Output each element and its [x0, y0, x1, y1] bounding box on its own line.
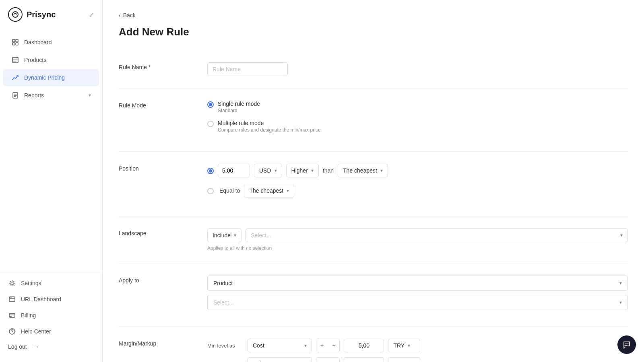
- min-level-plus-button[interactable]: +: [316, 339, 328, 352]
- min-level-select-dropdown[interactable]: Cost ▾: [248, 339, 312, 352]
- radio-multiple-text: Multiple rule mode Compare rules and des…: [218, 120, 320, 133]
- position-label: Position: [119, 164, 199, 204]
- back-chevron-icon: ‹: [119, 12, 121, 19]
- sidebar-item-billing-label: Billing: [21, 312, 36, 319]
- pricing-icon: [11, 74, 19, 82]
- position-row-2: Equal to The cheapest ▾: [207, 184, 628, 197]
- landscape-search-dropdown[interactable]: Select... ▾: [246, 228, 628, 242]
- sidebar-item-help-center-label: Help Center: [21, 328, 51, 335]
- sidebar-item-billing[interactable]: Billing: [0, 307, 102, 323]
- svg-rect-4: [16, 43, 18, 45]
- margin-markup-section: Margin/Markup Min level as Cost ▾ + − TR…: [119, 327, 628, 362]
- min-level-select-value: Cost: [253, 342, 264, 349]
- apply-to-content: Product ▾ Select... ▾: [207, 276, 628, 314]
- position-comparison-dropdown[interactable]: Higher ▾: [286, 164, 319, 177]
- max-level-plus-button[interactable]: +: [316, 358, 328, 362]
- position-equal-label: Equal to: [219, 187, 240, 194]
- sidebar-item-reports-label: Reports: [24, 92, 44, 99]
- landscape-row: Include ▾ Select... ▾: [207, 228, 628, 242]
- chat-widget-button[interactable]: [617, 335, 636, 354]
- position-number-input[interactable]: [218, 164, 250, 177]
- position-radio-2[interactable]: [207, 188, 214, 194]
- back-link[interactable]: ‹ Back: [119, 12, 628, 19]
- rule-name-section: Rule Name *: [119, 50, 628, 88]
- position-than-text: than: [323, 167, 334, 174]
- apply-to-label: Apply to: [119, 276, 199, 314]
- min-level-value-input[interactable]: [344, 339, 384, 352]
- position-currency-chevron-icon: ▾: [275, 168, 277, 173]
- sidebar-item-help-center[interactable]: Help Center: [0, 323, 102, 339]
- rule-mode-content: Single rule mode Standard Multiple rule …: [207, 101, 628, 139]
- reports-icon: [11, 91, 19, 99]
- radio-single-rule-mode[interactable]: Single rule mode Standard: [207, 101, 628, 113]
- svg-rect-12: [10, 316, 12, 317]
- svg-point-7: [11, 282, 13, 284]
- max-level-value-input[interactable]: [344, 357, 384, 362]
- svg-rect-8: [9, 297, 15, 302]
- sidebar-bottom: Settings URL Dashboard Bill: [0, 271, 102, 362]
- min-level-minus-button[interactable]: −: [328, 339, 339, 352]
- max-level-minus-button[interactable]: −: [328, 358, 339, 362]
- apply-to-select-chevron-icon: ▾: [619, 300, 622, 305]
- rule-name-input[interactable]: [207, 62, 288, 76]
- landscape-label: Landscape: [119, 228, 199, 251]
- svg-rect-2: [16, 39, 18, 42]
- margin-markup-label: Margin/Markup: [119, 339, 199, 362]
- landscape-include-dropdown[interactable]: Include ▾: [207, 228, 242, 242]
- position-row-1: USD ▾ Higher ▾ than The cheapest ▾: [207, 164, 628, 177]
- sidebar-item-settings[interactable]: Settings: [0, 275, 102, 291]
- landscape-include-chevron-icon: ▾: [234, 232, 236, 238]
- svg-point-10: [11, 297, 12, 298]
- radio-single-sublabel: Standard: [218, 108, 260, 113]
- dashboard-icon: [11, 38, 19, 46]
- sidebar-item-settings-label: Settings: [21, 280, 41, 286]
- sidebar-item-products-label: Products: [24, 57, 46, 63]
- radio-single-label: Single rule mode: [218, 101, 260, 107]
- rule-mode-section: Rule Mode Single rule mode Standard Mult…: [119, 88, 628, 152]
- landscape-include-value: Include: [213, 232, 231, 239]
- svg-rect-11: [9, 313, 15, 317]
- position-equal-target-dropdown[interactable]: The cheapest ▾: [244, 184, 294, 197]
- radio-single-indicator: [207, 101, 214, 108]
- back-label: Back: [123, 12, 136, 19]
- min-level-currency-dropdown[interactable]: TRY ▾: [388, 339, 420, 352]
- sidebar-item-dashboard[interactable]: Dashboard: [3, 34, 99, 51]
- logout-label: Log out: [8, 343, 27, 350]
- margin-markup-content: Min level as Cost ▾ + − TRY ▾ Max lev: [207, 339, 628, 362]
- position-radio-1[interactable]: [207, 168, 214, 174]
- min-level-chevron-icon: ▾: [304, 343, 307, 348]
- radio-multiple-rule-mode[interactable]: Multiple rule mode Compare rules and des…: [207, 120, 628, 133]
- landscape-content: Include ▾ Select... ▾ Applies to all wit…: [207, 228, 628, 251]
- reports-expand-arrow: ▾: [89, 93, 91, 98]
- sidebar-item-url-dashboard[interactable]: URL Dashboard: [0, 291, 102, 307]
- radio-multiple-label: Multiple rule mode: [218, 120, 320, 126]
- logout-icon: →: [33, 343, 39, 350]
- sidebar-item-reports[interactable]: Reports ▾: [3, 87, 99, 104]
- position-comparison-chevron-icon: ▾: [311, 168, 314, 173]
- landscape-search-placeholder: Select...: [251, 232, 271, 239]
- apply-to-select-dropdown[interactable]: Select... ▾: [207, 295, 628, 310]
- min-level-operator-group: + −: [316, 339, 340, 352]
- position-section: Position USD ▾ Higher ▾ than The cheapes…: [119, 152, 628, 216]
- position-target-dropdown[interactable]: The cheapest ▾: [338, 164, 388, 177]
- min-level-currency-value: TRY: [393, 342, 405, 349]
- page-title: Add New Rule: [119, 26, 628, 38]
- apply-to-product-dropdown[interactable]: Product ▾: [207, 276, 628, 291]
- max-level-select-dropdown[interactable]: Select One ▾: [248, 357, 312, 362]
- sidebar-item-dynamic-pricing[interactable]: Dynamic Pricing: [3, 69, 99, 86]
- sidebar-item-products[interactable]: Products: [3, 51, 99, 68]
- min-level-row: Min level as Cost ▾ + − TRY ▾: [207, 339, 628, 352]
- sidebar-item-dynamic-pricing-label: Dynamic Pricing: [24, 74, 65, 81]
- min-level-label: Min level as: [207, 343, 244, 349]
- position-comparison-value: Higher: [291, 167, 308, 174]
- max-level-currency-dropdown[interactable]: TRY ▾: [388, 357, 420, 362]
- logout-button[interactable]: Log out →: [0, 339, 102, 354]
- position-currency-dropdown[interactable]: USD ▾: [254, 164, 282, 177]
- svg-point-0: [12, 12, 18, 17]
- sidebar-nav: Dashboard Products Dynamic Pricing: [0, 29, 102, 271]
- sidebar-expand-button[interactable]: ⤢: [89, 11, 94, 19]
- rule-name-label: Rule Name *: [119, 62, 199, 76]
- position-currency-value: USD: [259, 167, 271, 174]
- rule-name-content: [207, 62, 628, 76]
- apply-to-product-value: Product: [213, 280, 233, 286]
